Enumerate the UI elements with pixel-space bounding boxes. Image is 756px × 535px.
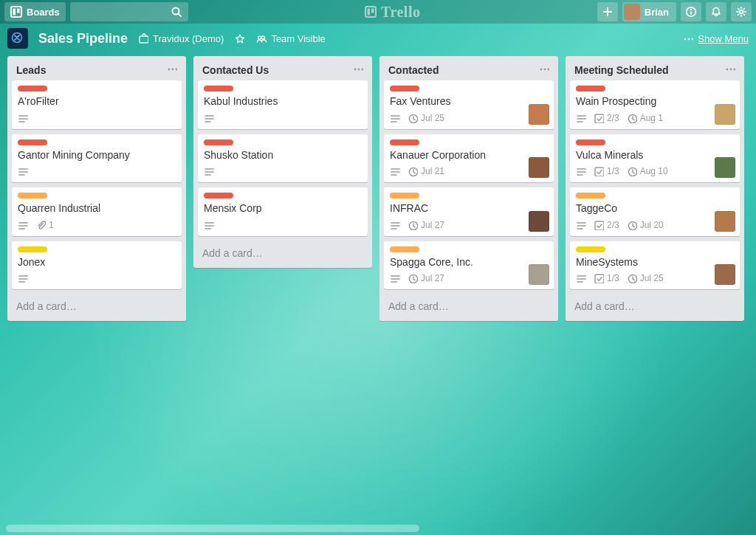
boards-label: Boards xyxy=(27,7,60,18)
list-title[interactable]: Leads xyxy=(16,64,165,76)
card[interactable]: Kabul Industries xyxy=(198,80,368,129)
info-button[interactable] xyxy=(681,2,701,21)
description-icon xyxy=(204,220,214,230)
user-menu[interactable]: Brian xyxy=(622,2,676,21)
star-button[interactable] xyxy=(234,33,245,44)
card-title: Kabul Industries xyxy=(204,95,362,108)
show-menu-button[interactable]: Show Menu xyxy=(683,33,749,44)
card-badges xyxy=(18,272,176,285)
card-badges: Jul 27 xyxy=(390,218,548,232)
card[interactable]: Gantor Mining Company xyxy=(12,134,182,183)
card-member-avatar[interactable] xyxy=(529,264,549,285)
list: Contacted Us Kabul Industries Shusko Sta… xyxy=(193,56,372,268)
due-date-badge: Jul 27 xyxy=(408,273,444,283)
logo-text: Trello xyxy=(381,4,420,21)
list-title[interactable]: Contacted xyxy=(388,64,537,76)
horizontal-scrollbar[interactable] xyxy=(6,525,419,532)
card-member-avatar[interactable] xyxy=(715,211,735,232)
visibility-label: Team Visible xyxy=(271,33,325,44)
card[interactable]: Kanauer Corporation Jul 21 xyxy=(384,134,554,183)
list-menu-button[interactable] xyxy=(724,63,737,76)
board-icon xyxy=(10,6,22,18)
add-card-button[interactable]: Add a card… xyxy=(384,294,554,320)
trello-logo[interactable]: Trello xyxy=(193,4,593,21)
card-member-avatar[interactable] xyxy=(715,104,735,125)
card-label xyxy=(204,139,233,145)
card[interactable]: Jonex xyxy=(12,241,182,290)
list-menu-button[interactable] xyxy=(351,63,365,76)
create-button[interactable] xyxy=(597,2,618,21)
board-x-icon xyxy=(11,32,24,45)
card-badges: Jul 25 xyxy=(390,111,548,125)
description-icon xyxy=(576,113,586,123)
description-icon xyxy=(390,220,400,230)
card-member-avatar[interactable] xyxy=(529,211,549,232)
user-name: Brian xyxy=(645,7,669,18)
avatar xyxy=(624,4,640,20)
card[interactable]: Spagga Core, Inc. Jul 27 xyxy=(384,241,554,290)
card[interactable]: Quarren Industrial 1 xyxy=(12,187,182,236)
settings-button[interactable] xyxy=(731,2,752,21)
card-title: INFRAC xyxy=(390,202,548,215)
search-input[interactable] xyxy=(70,2,188,21)
card[interactable]: MineSystems 1/3Jul 25 xyxy=(570,241,740,290)
card-label xyxy=(576,86,605,92)
attachments-badge: 1 xyxy=(35,220,54,230)
list-title[interactable]: Contacted Us xyxy=(202,64,351,76)
org-button[interactable]: Travidux (Demo) xyxy=(138,33,224,44)
description-icon xyxy=(18,166,28,176)
description-icon xyxy=(204,166,214,176)
plus-icon xyxy=(602,6,614,18)
card[interactable]: A'roFilter xyxy=(12,80,182,129)
card-member-avatar[interactable] xyxy=(715,157,735,178)
board-header: Sales Pipeline Travidux (Demo) Team Visi… xyxy=(0,24,756,53)
card-label xyxy=(390,139,419,145)
card[interactable]: Vulca Minerals 1/3Aug 10 xyxy=(570,134,740,183)
list-title[interactable]: Meeting Scheduled xyxy=(574,64,724,76)
add-card-button[interactable]: Add a card… xyxy=(570,294,740,320)
card[interactable]: Mensix Corp xyxy=(198,187,368,236)
card[interactable]: Shusko Station xyxy=(198,134,368,183)
bell-icon xyxy=(710,6,722,18)
card-title: MineSystems xyxy=(576,256,734,269)
card-member-avatar[interactable] xyxy=(715,264,735,285)
card-badges: 2/3Jul 20 xyxy=(576,218,734,232)
card-badges: 1/3Aug 10 xyxy=(576,165,734,178)
card-label xyxy=(576,246,605,252)
card-title: Wain Prospecting xyxy=(576,95,734,108)
card-member-avatar[interactable] xyxy=(529,104,549,125)
notifications-button[interactable] xyxy=(706,2,726,21)
board-title[interactable]: Sales Pipeline xyxy=(38,31,128,46)
description-icon xyxy=(18,273,28,283)
boards-button[interactable]: Boards xyxy=(4,2,66,21)
card-label xyxy=(18,86,47,92)
checklist-badge: 1/3 xyxy=(594,166,619,176)
card-label xyxy=(204,193,233,199)
checklist-badge: 2/3 xyxy=(594,220,619,230)
board-canvas[interactable]: Leads A'roFilter Gantor Mining Company Q… xyxy=(0,53,756,525)
card[interactable]: Fax Ventures Jul 25 xyxy=(384,80,554,129)
list-menu-button[interactable] xyxy=(537,63,551,76)
card-title: Quarren Industrial xyxy=(18,202,176,215)
list-menu-button[interactable] xyxy=(165,63,179,76)
team-icon xyxy=(255,33,267,44)
card-badges: 2/3Aug 1 xyxy=(576,111,734,125)
checklist-badge: 1/3 xyxy=(594,273,619,283)
card-badges: 1 xyxy=(18,218,176,232)
add-card-button[interactable]: Add a card… xyxy=(198,241,368,266)
description-icon xyxy=(390,113,400,123)
global-header: Boards Trello Brian xyxy=(0,0,756,24)
card[interactable]: TaggeCo 2/3Jul 20 xyxy=(570,187,740,236)
list-header: Leads xyxy=(12,59,182,80)
card-title: Vulca Minerals xyxy=(576,149,734,162)
board-avatar xyxy=(7,28,28,49)
card[interactable]: Wain Prospecting 2/3Aug 1 xyxy=(570,80,740,129)
description-icon xyxy=(390,166,400,176)
add-card-button[interactable]: Add a card… xyxy=(12,294,182,320)
card[interactable]: INFRAC Jul 27 xyxy=(384,187,554,236)
due-date-badge: Aug 1 xyxy=(627,113,663,123)
list-header: Meeting Scheduled xyxy=(570,59,740,80)
visibility-button[interactable]: Team Visible xyxy=(255,33,325,44)
due-date-badge: Jul 20 xyxy=(627,220,664,230)
card-member-avatar[interactable] xyxy=(529,157,549,178)
